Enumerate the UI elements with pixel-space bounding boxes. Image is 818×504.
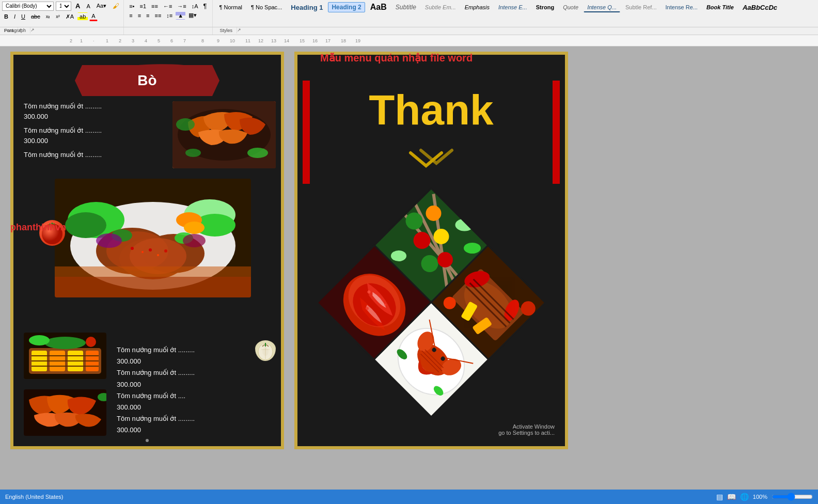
meat-center-image	[55, 179, 251, 297]
red-bar-left	[303, 81, 310, 184]
language-status: English (United States)	[5, 494, 64, 500]
menu-bottom-item-1: Tôm nướng muối ớt .........	[117, 344, 276, 356]
font-grow-btn[interactable]: A	[73, 1, 82, 11]
svg-point-64	[455, 219, 474, 231]
style-h2-btn[interactable]: Heading 2	[328, 2, 365, 12]
decrease-indent-btn[interactable]: ←≡	[161, 2, 174, 10]
print-layout-btn[interactable]: ▤	[716, 493, 723, 501]
style-normal-btn[interactable]: ¶ Normal	[216, 3, 246, 12]
sort-btn[interactable]: ↕A	[190, 2, 200, 10]
style-intense-q-btn[interactable]: Intense Q...	[584, 3, 620, 12]
font-size-select[interactable]: 11	[56, 2, 71, 11]
increase-indent-btn[interactable]: →≡	[175, 2, 188, 10]
style-quote-btn[interactable]: Quote	[559, 3, 582, 12]
shrimp-image-top	[172, 101, 276, 168]
style-strong-btn[interactable]: Strong	[532, 3, 558, 12]
svg-point-65	[464, 243, 481, 254]
web-layout-btn[interactable]: 🌐	[740, 493, 749, 501]
svg-point-59	[426, 206, 442, 221]
svg-point-42	[44, 337, 86, 349]
para-row2: ≡ ≡ ≡ ≡≡ ↕≡ ▲ ▦▾	[127, 11, 209, 20]
ribbon: Calibri (Body) 11 A A Aa▾ 🖌 B I U abc x₂…	[0, 0, 818, 35]
para-group-label: Paragraph	[0, 27, 30, 34]
zoom-slider[interactable]	[772, 493, 813, 501]
style-subtle-ref-btn[interactable]: Subtle Ref...	[622, 3, 660, 12]
style-emphasis-btn[interactable]: Emphasis	[461, 3, 493, 12]
shading-btn[interactable]: ▲	[176, 11, 185, 20]
style-title-btn[interactable]: AaB	[367, 1, 390, 13]
line-spacing-btn[interactable]: ↕≡	[164, 11, 175, 20]
shrimp2-svg	[24, 389, 106, 436]
font-color-btn[interactable]: A	[89, 12, 97, 21]
menu-items-bottom: Tôm nướng muối ớt ......... 300.000 Tôm …	[117, 344, 276, 436]
check-marks-decoration	[400, 145, 462, 176]
style-intense-e-btn[interactable]: Intense E...	[495, 3, 531, 12]
svg-point-43	[29, 335, 50, 345]
style-book-title-btn[interactable]: Book Title	[703, 3, 737, 12]
menu-item-price-1: 300.000	[24, 112, 102, 122]
ruler: 2 1 · 1 2 3 4 5 6 7 8 9 10 11 12 13 14 1…	[0, 35, 818, 46]
style-subtitle-btn[interactable]: Subtitle	[392, 2, 420, 12]
page-heading: Mẫu menu quán nhậu file word	[320, 52, 473, 64]
align-center-btn[interactable]: ≡	[136, 11, 143, 20]
bold-btn[interactable]: B	[2, 12, 10, 21]
svg-point-57	[386, 200, 404, 219]
borders-btn[interactable]: ▦▾	[186, 11, 199, 20]
menu-item-text-2: Tôm nướng muối ớt .........	[24, 125, 102, 136]
font-family-select[interactable]: Calibri (Body)	[2, 2, 54, 11]
font-shrink-btn[interactable]: A	[84, 2, 92, 10]
watermark-text: phanthinhvn	[10, 222, 66, 233]
svg-point-20	[131, 247, 134, 250]
read-mode-btn[interactable]: 📖	[727, 493, 736, 501]
svg-point-58	[406, 213, 423, 230]
subscript-btn[interactable]: x₂	[44, 13, 53, 20]
svg-point-44	[86, 337, 96, 347]
svg-point-60	[414, 232, 431, 249]
activate-line-1: Activate Window	[498, 423, 555, 430]
show-para-btn[interactable]: ¶	[201, 1, 209, 11]
align-right-btn[interactable]: ≡	[144, 11, 151, 20]
menu-item-price-2: 300.000	[24, 136, 102, 146]
activate-windows-text: Activate Window go to Settings to acti..…	[498, 423, 555, 436]
menu-item-text-3: Tôm nướng muối ớt .........	[24, 150, 102, 160]
superscript-btn[interactable]: x²	[54, 13, 62, 20]
strikethrough-btn[interactable]: abc	[29, 12, 42, 21]
clear-format-btn[interactable]: ✗A	[64, 12, 76, 21]
svg-point-27	[96, 233, 122, 248]
svg-point-10	[65, 212, 106, 238]
chevrons-svg	[400, 145, 462, 171]
change-case-btn[interactable]: Aa▾	[95, 2, 108, 10]
paragraph-group: ≡• ≡1 ≡≡ ←≡ →≡ ↕A ¶ ≡ ≡ ≡ ≡≡ ↕≡ ▲ ▦▾ Par…	[124, 0, 212, 35]
numbering-btn[interactable]: ≡1	[137, 2, 148, 10]
style-intense-re-btn[interactable]: Intense Re...	[662, 3, 701, 12]
svg-point-5	[247, 148, 268, 158]
activate-line-2: go to Settings to acti...	[498, 430, 555, 436]
svg-point-62	[421, 255, 438, 272]
menu-bottom-item-4: Tôm nướng muối ớt .........	[117, 413, 276, 424]
page-left: Bò Bò	[10, 52, 284, 449]
style-subtle-em-btn[interactable]: Subtle Em...	[421, 3, 460, 12]
format-painter-btn[interactable]: 🖌	[111, 1, 121, 11]
bullets-btn[interactable]: ≡•	[127, 2, 136, 10]
svg-point-6	[185, 149, 201, 157]
bo-banner: Bò	[75, 65, 219, 96]
grilled-image	[24, 333, 106, 379]
status-right: ▤ 📖 🌐 100%	[716, 493, 813, 501]
multilevel-btn[interactable]: ≡≡	[149, 2, 160, 10]
italic-btn[interactable]: I	[12, 12, 18, 21]
menu-item-row-2: Tôm nướng muối ớt ......... 300.000	[24, 125, 102, 146]
bo-banner-text: Bò	[137, 72, 156, 89]
garlic-decoration	[255, 340, 276, 361]
para-row1: ≡• ≡1 ≡≡ ←≡ →≡ ↕A ¶	[127, 1, 209, 11]
highlight-btn[interactable]: ab	[77, 12, 88, 21]
shrimp-image-bottom	[24, 389, 106, 436]
grilled-svg	[24, 333, 106, 379]
underline-btn[interactable]: U	[19, 12, 27, 21]
menu-bottom-item-3: Tôm nướng muối ớt ....	[117, 390, 276, 402]
style-last-btn[interactable]: AaBbCcDc	[739, 2, 781, 13]
style-nospace-btn[interactable]: ¶ No Spac...	[247, 3, 286, 12]
style-h1-btn[interactable]: Heading 1	[287, 2, 326, 13]
justify-btn[interactable]: ≡≡	[152, 11, 163, 20]
para-expand-btn[interactable]: ↗	[30, 27, 35, 34]
align-left-btn[interactable]: ≡	[127, 11, 134, 20]
